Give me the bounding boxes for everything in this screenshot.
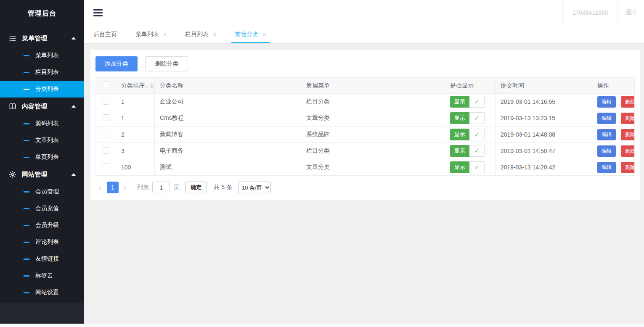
category-list-card: 添加分类 删除分类 分类排序.. 分类名称 所属菜单 是否显示 (90, 50, 640, 200)
edit-button[interactable]: 编辑 (597, 96, 616, 108)
cell-name: 电子商务 (155, 143, 301, 159)
category-table: 分类排序.. 分类名称 所属菜单 是否显示 提交时间 操作 1 (95, 77, 635, 176)
cell-name: 新闻博客 (155, 127, 301, 143)
toolbar: 添加分类 删除分类 (95, 55, 635, 77)
visible-toggle[interactable]: 显示 ✓ (450, 161, 485, 173)
cell-time: 2019-03-01 14:50:47 (496, 143, 592, 159)
page-number-button[interactable]: 1 (107, 182, 119, 193)
cell-menu: 文章分类 (301, 159, 445, 176)
hamburger-icon[interactable] (93, 0, 103, 25)
sidebar-item-friend-links[interactable]: 友情链接 (0, 251, 84, 267)
checkmark-icon: ✓ (469, 161, 485, 173)
tab-home[interactable]: 后台主页 (93, 25, 117, 43)
delete-button[interactable]: 删除 (621, 96, 635, 108)
sidebar-group-site-management[interactable]: 网站管理 (0, 166, 84, 183)
visible-label: 显示 (450, 96, 469, 108)
edit-button[interactable]: 编辑 (597, 162, 616, 173)
sidebar-item-category-list[interactable]: 分类列表 (0, 81, 84, 98)
book-icon (8, 102, 17, 111)
column-header-time: 提交时间 (496, 78, 592, 94)
add-category-button[interactable]: 添加分类 (95, 56, 138, 71)
visible-toggle[interactable]: 显示 ✓ (450, 129, 485, 140)
dash-icon (24, 208, 29, 209)
table-header-row: 分类排序.. 分类名称 所属菜单 是否显示 提交时间 操作 (96, 78, 635, 94)
sidebar-item-label: 会员升级 (35, 222, 59, 229)
cell-menu: 文章分类 (301, 110, 445, 127)
cell-order: 1 (116, 94, 155, 110)
column-header-order: 分类排序.. (121, 82, 148, 89)
select-all-checkbox[interactable] (103, 82, 109, 88)
delete-category-button[interactable]: 删除分类 (145, 56, 188, 71)
dash-icon (24, 242, 29, 243)
edit-button[interactable]: 编辑 (597, 129, 616, 140)
sidebar-item-member-recharge[interactable]: 会员充值 (0, 200, 84, 217)
sidebar-item-source-list[interactable]: 源码列表 (0, 115, 84, 132)
column-header-menu: 所属菜单 (301, 78, 445, 94)
table-row: 1 企业公司 栏目分类 显示 ✓ 2019-03-01 14:16:55 (96, 94, 635, 110)
edit-button[interactable]: 编辑 (597, 145, 616, 157)
edit-button[interactable]: 编辑 (597, 113, 616, 124)
sidebar-group-content-management[interactable]: 内容管理 (0, 98, 84, 115)
visible-toggle[interactable]: 显示 ✓ (450, 96, 485, 108)
sidebar-item-label: 会员充值 (35, 205, 59, 212)
sidebar-group-label: 菜单管理 (22, 34, 47, 42)
sidebar-group-menu-management[interactable]: 菜单管理 (0, 29, 84, 47)
sidebar-item-member-upgrade[interactable]: 会员升级 (0, 217, 84, 234)
cell-name: Cms教程 (155, 110, 301, 127)
sidebar-nav: 菜单管理 菜单列表 栏目列表 分类列表 内容管理 (0, 27, 84, 301)
table-row: 1 Cms教程 文章分类 显示 ✓ 2019-03-13 13:23:15 (96, 110, 635, 127)
sidebar-item-page-list[interactable]: 单页列表 (0, 149, 84, 166)
tab-front-categories[interactable]: 前台分类 × (235, 25, 266, 43)
goto-page-input[interactable] (152, 182, 170, 193)
row-checkbox[interactable] (103, 164, 109, 170)
sort-icon[interactable] (150, 83, 154, 88)
cell-time: 2019-03-01 14:16:55 (496, 94, 592, 110)
sidebar-item-member-management[interactable]: 会员管理 (0, 183, 84, 200)
gear-icon (8, 170, 17, 179)
visible-label: 显示 (450, 112, 469, 124)
close-icon[interactable]: × (213, 31, 216, 38)
cell-order: 100 (116, 159, 155, 176)
row-checkbox[interactable] (103, 147, 109, 154)
prev-page-icon[interactable]: ‹ (95, 183, 105, 192)
visible-toggle[interactable]: 显示 ✓ (450, 145, 485, 157)
sidebar-item-label: 评论列表 (35, 238, 59, 246)
topbar: 17688411880 退出 (84, 0, 644, 25)
cell-order: 1 (116, 110, 155, 127)
tab-column-list[interactable]: 栏目列表 × (185, 25, 216, 43)
dash-icon (24, 123, 29, 124)
visible-toggle[interactable]: 显示 ✓ (450, 112, 485, 124)
delete-button[interactable]: 删除 (621, 129, 635, 140)
sidebar-item-comment-list[interactable]: 评论列表 (0, 234, 84, 251)
delete-button[interactable]: 删除 (621, 113, 635, 124)
next-page-icon[interactable]: › (120, 183, 130, 192)
cell-time: 2019-03-13 13:23:15 (496, 110, 592, 127)
sidebar-item-column-list[interactable]: 栏目列表 (0, 64, 84, 81)
checkmark-icon: ✓ (469, 112, 485, 124)
table-row: 100 测试 文章分类 显示 ✓ 2019-03-13 14:20:42 (96, 159, 635, 176)
dash-icon (24, 157, 29, 158)
row-checkbox[interactable] (103, 114, 109, 121)
dash-icon (24, 275, 29, 277)
row-checkbox[interactable] (103, 98, 109, 105)
sidebar-item-article-list[interactable]: 文章列表 (0, 132, 84, 149)
close-icon[interactable]: × (262, 31, 266, 38)
dash-icon (24, 292, 29, 293)
row-checkbox[interactable] (103, 131, 109, 137)
caret-up-icon (72, 37, 76, 40)
close-icon[interactable]: × (163, 31, 167, 38)
cell-menu: 栏目分类 (301, 143, 445, 159)
dash-icon (24, 89, 29, 90)
logout-button[interactable]: 退出 (618, 0, 644, 25)
sidebar-item-site-settings[interactable]: 网站设置 (0, 284, 84, 301)
tab-menu-list[interactable]: 菜单列表 × (135, 25, 167, 43)
delete-button[interactable]: 删除 (621, 162, 635, 173)
confirm-page-button[interactable]: 确定 (185, 182, 207, 193)
sidebar-item-label: 分类列表 (35, 85, 59, 93)
dash-icon (24, 258, 29, 260)
sidebar-item-menu-list[interactable]: 菜单列表 (0, 47, 84, 64)
sidebar-item-tag-cloud[interactable]: 标签云 (0, 267, 84, 284)
page-size-select[interactable]: 10 条/页 (238, 182, 271, 193)
delete-button[interactable]: 删除 (621, 145, 635, 157)
dash-icon (24, 55, 29, 56)
